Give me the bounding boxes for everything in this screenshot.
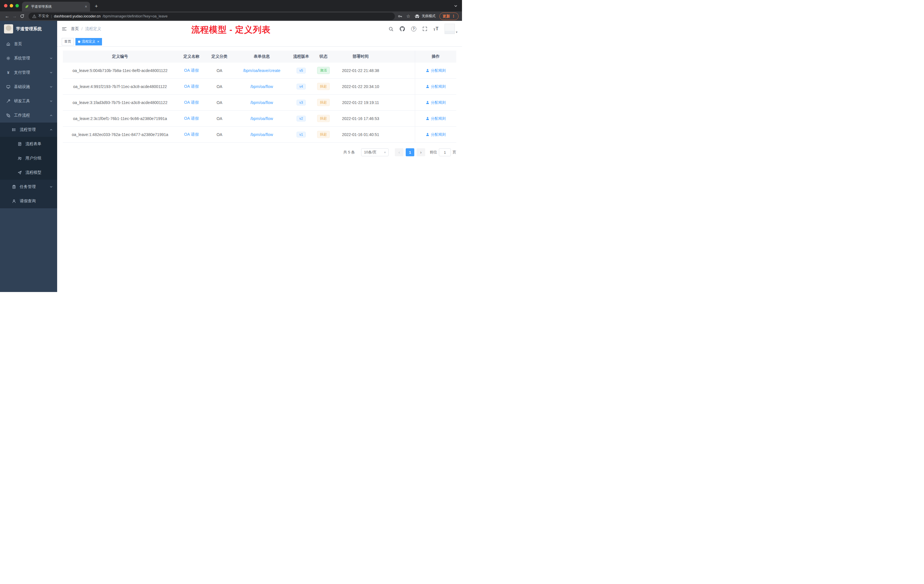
sidebar-item-system[interactable]: 系统管理 <box>0 51 57 66</box>
warning-triangle-icon <box>32 14 36 18</box>
yen-icon: ¥ <box>6 70 11 75</box>
form-link[interactable]: /bpm/oa/flow <box>250 84 273 89</box>
sidebar-item-workflow[interactable]: 工作流程 <box>0 108 57 122</box>
sidebar-item-process-model[interactable]: 流程模型 <box>0 165 57 180</box>
reload-icon[interactable] <box>18 13 26 20</box>
gear-icon <box>6 56 11 60</box>
version-badge[interactable]: v2 <box>297 116 306 121</box>
favicon-leaf-icon <box>25 5 29 8</box>
update-button[interactable]: 更新 ⋮ <box>439 13 459 20</box>
sidebar-item-home[interactable]: 首页 <box>0 37 57 51</box>
goto-label: 前往 <box>430 150 437 155</box>
tags-view: 首页 流程定义 × <box>57 37 462 46</box>
version-badge[interactable]: v1 <box>297 132 306 137</box>
version-badge[interactable]: v3 <box>297 100 306 106</box>
new-tab-button[interactable]: + <box>92 3 100 10</box>
cell-category: OA <box>206 111 233 126</box>
version-badge[interactable]: v5 <box>297 68 306 73</box>
incognito-label: 无痕模式 <box>422 14 436 18</box>
table-header: 定义编号 定义名称 定义分类 表单信息 流程版本 状态 部署时间 操作 <box>63 51 456 63</box>
definition-name-link[interactable]: OA 请假 <box>184 100 198 105</box>
assign-rule-button[interactable]: 分配规则 <box>426 100 446 105</box>
logo-title: 芋道管理系统 <box>16 26 42 32</box>
person-icon <box>426 101 429 104</box>
version-badge[interactable]: v4 <box>297 84 306 89</box>
fullscreen-icon[interactable] <box>422 26 427 31</box>
forward-icon[interactable]: → <box>11 13 18 20</box>
col-category: 定义分类 <box>206 51 233 63</box>
back-icon[interactable]: ← <box>3 13 11 20</box>
key-icon[interactable] <box>398 14 402 18</box>
person-icon <box>426 117 429 120</box>
page-size-select[interactable]: 10条/页 ▾ <box>361 148 389 156</box>
chevron-up-icon <box>50 114 53 117</box>
sidebar-item-devtools[interactable]: 研发工具 <box>0 94 57 108</box>
tab-close-icon[interactable]: × <box>85 5 87 8</box>
tab-title: 芋道管理系统 <box>31 4 52 9</box>
cell-id: oa_leave:4:991f2193-7b7f-11ec-a3c8-acde4… <box>63 79 177 94</box>
browser-tab[interactable]: 芋道管理系统 × <box>22 2 90 12</box>
tag-process-definition[interactable]: 流程定义 × <box>76 38 102 45</box>
cell-time: 2022-01-22 19:19:11 <box>335 94 386 110</box>
sidebar-item-task-management[interactable]: 任务管理 <box>0 180 57 194</box>
tab-search-chevron-icon[interactable] <box>454 4 457 9</box>
form-link[interactable]: /bpm/oa/flow <box>250 132 273 137</box>
breadcrumb-home[interactable]: 首页 <box>71 26 79 31</box>
navbar-actions: ? TT ▾ <box>389 24 457 34</box>
hamburger-icon[interactable] <box>62 26 67 31</box>
font-size-icon[interactable]: TT <box>434 26 439 31</box>
cell-id: oa_leave:2:3c1f0ef1-76b1-11ec-9c66-a2380… <box>63 111 177 126</box>
chevron-down-icon <box>50 71 53 74</box>
tag-close-icon[interactable]: × <box>97 40 99 43</box>
minimize-window-button[interactable] <box>10 4 13 7</box>
sidebar-item-process-form[interactable]: 流程表单 <box>0 137 57 151</box>
url-domain: dashboard.yudao.iocoder.cn <box>54 14 101 18</box>
cell-category: OA <box>206 127 233 142</box>
definition-name-link[interactable]: OA 请假 <box>184 68 198 73</box>
next-page-button[interactable]: › <box>417 148 425 156</box>
col-time: 部署时间 <box>335 51 386 63</box>
definition-name-link[interactable]: OA 请假 <box>184 84 198 89</box>
bookmark-star-icon[interactable]: ☆ <box>406 13 410 19</box>
tag-home[interactable]: 首页 <box>62 38 74 45</box>
page-number-1[interactable]: 1 <box>406 148 414 156</box>
assign-rule-button[interactable]: 分配规则 <box>426 132 446 137</box>
col-id: 定义编号 <box>63 51 177 63</box>
form-link[interactable]: /bpm/oa/leave/create <box>243 68 280 73</box>
users-icon <box>17 156 22 160</box>
sidebar-item-infrastructure[interactable]: 基础设施 <box>0 80 57 94</box>
zoom-window-button[interactable] <box>15 4 19 7</box>
definition-name-link[interactable]: OA 请假 <box>184 132 198 137</box>
form-link[interactable]: /bpm/oa/flow <box>250 116 273 121</box>
browser-window: 芋道管理系统 × + ← → 不安全 | dashboard.yudao.ioc… <box>0 0 462 292</box>
cell-category: OA <box>206 79 233 94</box>
chevron-down-icon <box>50 100 53 102</box>
list-icon <box>12 128 16 132</box>
cell-time: 2022-01-16 01:40:51 <box>335 127 386 142</box>
breadcrumb-current: 流程定义 <box>85 26 101 31</box>
assign-rule-button[interactable]: 分配规则 <box>426 84 446 89</box>
definition-table: 定义编号 定义名称 定义分类 表单信息 流程版本 状态 部署时间 操作 oa_l… <box>63 51 456 143</box>
sidebar-item-leave-query[interactable]: 请假查询 <box>0 194 57 208</box>
sidebar-item-user-groups[interactable]: 用户分组 <box>0 151 57 165</box>
user-avatar-menu[interactable]: ▾ <box>445 24 457 34</box>
person-icon <box>12 199 16 203</box>
sidebar-item-payment[interactable]: ¥ 支付管理 <box>0 66 57 80</box>
prev-page-button[interactable]: ‹ <box>395 148 403 156</box>
search-icon[interactable] <box>389 26 393 31</box>
definition-name-link[interactable]: OA 请假 <box>184 116 198 121</box>
assign-rule-button[interactable]: 分配规则 <box>426 68 446 73</box>
kebab-menu-icon[interactable]: ⋮ <box>452 14 455 18</box>
help-icon[interactable]: ? <box>411 26 416 31</box>
github-icon[interactable] <box>400 26 405 31</box>
status-badge: 挂起 <box>317 99 330 106</box>
address-bar[interactable]: 不安全 | dashboard.yudao.iocoder.cn/bpm/man… <box>28 13 395 20</box>
sidebar-item-process-management[interactable]: 流程管理 <box>0 122 57 137</box>
form-link[interactable]: /bpm/oa/flow <box>250 100 273 105</box>
incognito-icon <box>414 14 420 18</box>
assign-rule-button[interactable]: 分配规则 <box>426 116 446 121</box>
active-dot <box>78 41 80 43</box>
close-window-button[interactable] <box>4 4 7 7</box>
goto-page-input[interactable] <box>439 148 451 156</box>
workflow-submenu: 流程管理 流程表单 用户分组 <box>0 122 57 208</box>
